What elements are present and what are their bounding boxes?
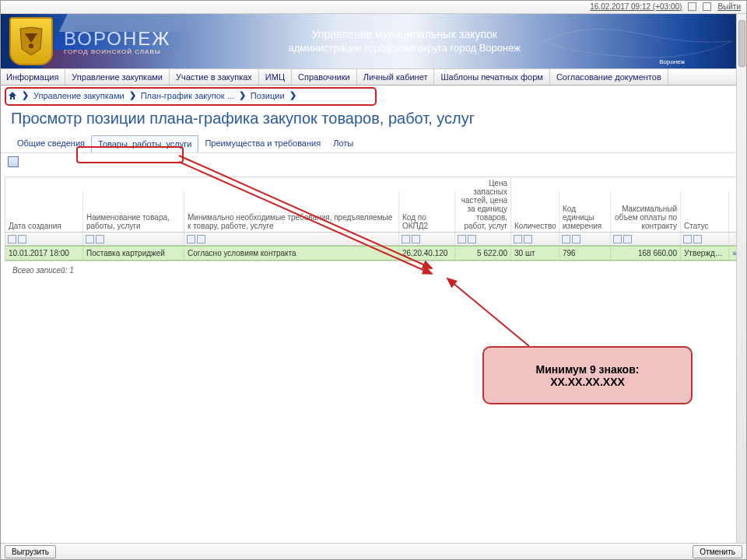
cancel-button[interactable]: Отменить	[693, 545, 742, 558]
filter-icon[interactable]	[412, 235, 420, 243]
banner: ВОРОНЕЖ ГОРОД ВОИНСКОЙ СЛАВЫ Управление …	[0, 14, 747, 68]
toolbar-icon[interactable]	[8, 156, 19, 167]
filter-icon[interactable]	[693, 235, 702, 243]
chevron-right-icon: ❯	[289, 90, 296, 100]
col-okpd2[interactable]: Код по ОКПД2	[399, 191, 455, 232]
footer: Выгрузить Отменить	[0, 543, 747, 560]
cell-qty: 30 шт	[511, 247, 559, 260]
tab-lots[interactable]: Лоты	[327, 135, 359, 152]
filter-icon[interactable]	[8, 235, 16, 243]
col-date[interactable]: Дата создания	[5, 191, 83, 232]
notify-icon[interactable]	[688, 2, 696, 11]
filter-icon[interactable]	[18, 235, 26, 243]
callout: Минимум 9 знаков: XX.XX.XX.XXX	[482, 346, 693, 404]
col-requirements[interactable]: Минимально необходимые требования, предъ…	[184, 191, 399, 232]
scrollbar[interactable]	[736, 14, 747, 543]
warning-icon[interactable]	[703, 2, 711, 11]
cell-req: Согласно условиям контракта	[184, 247, 399, 260]
main-nav: Информация Управление закупками Участие …	[0, 68, 747, 86]
filter-icon[interactable]	[623, 235, 632, 243]
grid-toolbar	[0, 153, 747, 172]
grid-header: Дата создания Наименование товара, работ…	[5, 177, 742, 232]
cell-okpd2: 26.20.40.120	[399, 247, 455, 260]
filter-icon[interactable]	[402, 235, 410, 243]
col-max-pay[interactable]: Максимальный объем оплаты по контракту	[611, 191, 681, 232]
topbar: 16.02.2017 09:12 (+03:00) Выйти	[0, 0, 747, 14]
data-grid: Дата создания Наименование товара, работ…	[5, 177, 742, 261]
chevron-right-icon: ❯	[22, 90, 29, 100]
nav-participation[interactable]: Участие в закупках	[170, 69, 259, 85]
nav-approval[interactable]: Согласование документов	[550, 69, 668, 85]
callout-line2: XX.XX.XX.XXX	[550, 376, 625, 388]
cell-status: Утверждена	[681, 247, 729, 260]
crumb-2[interactable]: План-график закупок ...	[141, 91, 234, 100]
cell-max-pay: 168 660.00	[611, 247, 681, 260]
brand-slogan: ГОРОД ВОИНСКОЙ СЛАВЫ	[64, 48, 171, 55]
coat-of-arms-icon	[9, 17, 53, 65]
table-row[interactable]: 10.01.2017 18:00 Поставка картриджей Сог…	[5, 246, 742, 261]
crumb-1[interactable]: Управление закупками	[33, 91, 124, 100]
filter-icon[interactable]	[458, 235, 466, 243]
grid-filter-row	[5, 232, 742, 246]
nav-cabinet[interactable]: Личный кабинет	[357, 69, 435, 85]
filter-icon[interactable]	[96, 235, 104, 243]
page-title: Просмотр позиции плана-графика закупок т…	[0, 105, 747, 135]
cell-unit-code: 796	[559, 247, 611, 260]
col-unit-code[interactable]: Код единицы измерения	[559, 191, 611, 232]
nav-procurement-mgmt[interactable]: Управление закупками	[65, 69, 170, 85]
nav-info[interactable]: Информация	[0, 69, 65, 85]
grid-total: Всего записей: 1	[12, 266, 735, 275]
export-button[interactable]: Выгрузить	[5, 545, 56, 558]
brand: ВОРОНЕЖ ГОРОД ВОИНСКОЙ СЛАВЫ	[64, 28, 171, 55]
tab-goods[interactable]: Товары, работы, услуги	[91, 135, 198, 152]
col-unit-price[interactable]: Цена запасных частей, цена за единицу то…	[455, 177, 511, 232]
callout-line1: Минимум 9 знаков:	[536, 363, 640, 376]
map-label: Воронеж	[659, 58, 685, 65]
logout-link[interactable]: Выйти	[717, 2, 741, 11]
filter-icon[interactable]	[514, 235, 522, 243]
timestamp[interactable]: 16.02.2017 09:12 (+03:00)	[590, 2, 682, 11]
breadcrumbs: ❯ Управление закупками ❯ План-график зак…	[0, 86, 747, 105]
svg-point-0	[29, 44, 33, 48]
cell-unit-price: 5 622.00	[455, 247, 511, 260]
filter-icon[interactable]	[468, 235, 476, 243]
filter-icon[interactable]	[613, 235, 622, 243]
filter-icon[interactable]	[683, 235, 692, 243]
filter-icon[interactable]	[524, 235, 532, 243]
filter-icon[interactable]	[86, 235, 94, 243]
crumb-3[interactable]: Позиции	[251, 91, 285, 100]
cell-name: Поставка картриджей	[83, 247, 184, 260]
department-title: Управление муниципальных закупок админис…	[171, 27, 747, 54]
col-status[interactable]: Статус	[681, 191, 729, 232]
nav-templates[interactable]: Шаблоны печатных форм	[434, 69, 549, 85]
tab-advantages[interactable]: Преимущества и требования	[198, 135, 327, 152]
svg-line-4	[447, 278, 529, 346]
cell-date: 10.01.2017 18:00	[5, 247, 83, 260]
chevron-right-icon: ❯	[239, 90, 246, 100]
nav-imc[interactable]: ИМЦ	[259, 69, 292, 85]
col-qty[interactable]: Количество	[511, 191, 559, 232]
filter-icon[interactable]	[572, 235, 580, 243]
tab-general[interactable]: Общие сведения	[11, 135, 91, 152]
nav-reference[interactable]: Справочники	[292, 69, 357, 85]
filter-icon[interactable]	[197, 235, 205, 243]
home-icon[interactable]	[8, 91, 17, 100]
tabstrip: Общие сведения Товары, работы, услуги Пр…	[0, 135, 747, 153]
filter-icon[interactable]	[562, 235, 570, 243]
col-name[interactable]: Наименование товара, работы, услуги	[83, 191, 184, 232]
chevron-right-icon: ❯	[129, 90, 136, 100]
filter-icon[interactable]	[187, 235, 195, 243]
brand-city: ВОРОНЕЖ	[64, 28, 171, 50]
